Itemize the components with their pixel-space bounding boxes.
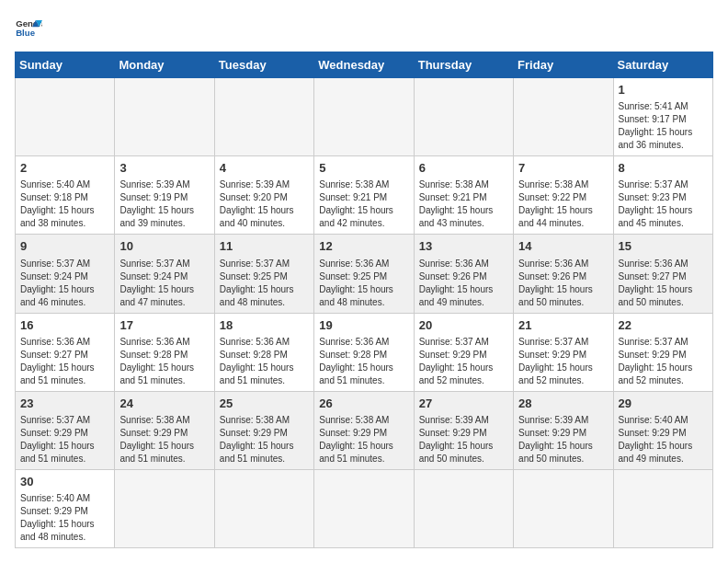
calendar-cell: 2Sunrise: 5:40 AMSunset: 9:18 PMDaylight… <box>16 156 115 235</box>
calendar-cell: 17Sunrise: 5:36 AMSunset: 9:28 PMDayligh… <box>115 313 214 391</box>
day-number: 21 <box>518 317 608 334</box>
weekday-header-thursday: Thursday <box>414 52 513 78</box>
calendar-week-row: 23Sunrise: 5:37 AMSunset: 9:29 PMDayligh… <box>16 391 713 469</box>
day-number: 18 <box>220 317 309 334</box>
calendar-cell: 23Sunrise: 5:37 AMSunset: 9:29 PMDayligh… <box>16 391 115 469</box>
weekday-header-row: SundayMondayTuesdayWednesdayThursdayFrid… <box>16 52 713 78</box>
day-number: 23 <box>20 396 109 412</box>
calendar-cell: 29Sunrise: 5:40 AMSunset: 9:29 PMDayligh… <box>613 391 712 469</box>
calendar-cell: 5Sunrise: 5:38 AMSunset: 9:21 PMDaylight… <box>314 156 414 235</box>
calendar-cell: 20Sunrise: 5:37 AMSunset: 9:29 PMDayligh… <box>414 313 513 391</box>
calendar-cell <box>115 78 214 156</box>
calendar-cell: 10Sunrise: 5:37 AMSunset: 9:24 PMDayligh… <box>115 235 214 313</box>
day-number: 22 <box>619 317 708 334</box>
calendar-cell <box>115 469 214 547</box>
day-info: Sunrise: 5:38 AMSunset: 9:21 PMDaylight:… <box>319 178 408 230</box>
day-number: 28 <box>518 396 608 412</box>
day-number: 9 <box>20 238 109 255</box>
calendar-cell: 22Sunrise: 5:37 AMSunset: 9:29 PMDayligh… <box>613 313 712 391</box>
calendar-cell: 16Sunrise: 5:36 AMSunset: 9:27 PMDayligh… <box>16 313 115 391</box>
day-info: Sunrise: 5:41 AMSunset: 9:17 PMDaylight:… <box>619 100 708 152</box>
weekday-header-wednesday: Wednesday <box>314 52 414 78</box>
day-info: Sunrise: 5:39 AMSunset: 9:20 PMDaylight:… <box>220 178 309 230</box>
day-info: Sunrise: 5:37 AMSunset: 9:29 PMDaylight:… <box>419 336 508 387</box>
calendar-cell: 9Sunrise: 5:37 AMSunset: 9:24 PMDaylight… <box>16 235 115 313</box>
day-number: 27 <box>419 396 508 412</box>
day-info: Sunrise: 5:37 AMSunset: 9:23 PMDaylight:… <box>619 178 708 230</box>
day-info: Sunrise: 5:36 AMSunset: 9:25 PMDaylight:… <box>319 258 408 309</box>
day-info: Sunrise: 5:36 AMSunset: 9:27 PMDaylight:… <box>20 336 109 387</box>
calendar-cell: 25Sunrise: 5:38 AMSunset: 9:29 PMDayligh… <box>214 391 313 469</box>
day-number: 26 <box>319 396 408 412</box>
day-info: Sunrise: 5:37 AMSunset: 9:29 PMDaylight:… <box>20 414 109 465</box>
day-info: Sunrise: 5:36 AMSunset: 9:28 PMDaylight:… <box>119 336 209 387</box>
logo-icon: General Blue <box>15 15 42 42</box>
svg-text:Blue: Blue <box>16 28 35 38</box>
day-number: 12 <box>319 238 408 255</box>
day-info: Sunrise: 5:36 AMSunset: 9:27 PMDaylight:… <box>619 258 708 309</box>
calendar-cell <box>514 469 613 547</box>
day-number: 3 <box>119 160 209 177</box>
day-info: Sunrise: 5:39 AMSunset: 9:29 PMDaylight:… <box>518 414 608 465</box>
day-info: Sunrise: 5:37 AMSunset: 9:24 PMDaylight:… <box>119 258 209 309</box>
day-number: 29 <box>619 396 708 412</box>
calendar-cell: 26Sunrise: 5:38 AMSunset: 9:29 PMDayligh… <box>314 391 414 469</box>
calendar-cell <box>314 469 414 547</box>
day-number: 19 <box>319 317 408 334</box>
day-info: Sunrise: 5:38 AMSunset: 9:29 PMDaylight:… <box>119 414 209 465</box>
calendar-cell: 12Sunrise: 5:36 AMSunset: 9:25 PMDayligh… <box>314 235 414 313</box>
weekday-header-tuesday: Tuesday <box>214 52 313 78</box>
calendar-cell: 14Sunrise: 5:36 AMSunset: 9:26 PMDayligh… <box>514 235 613 313</box>
day-number: 6 <box>419 160 508 177</box>
page-header: General Blue <box>15 15 713 42</box>
day-number: 2 <box>20 160 109 177</box>
day-number: 11 <box>220 238 309 255</box>
calendar-cell: 15Sunrise: 5:36 AMSunset: 9:27 PMDayligh… <box>613 235 712 313</box>
calendar-cell: 11Sunrise: 5:37 AMSunset: 9:25 PMDayligh… <box>214 235 313 313</box>
day-number: 20 <box>419 317 508 334</box>
calendar-cell: 8Sunrise: 5:37 AMSunset: 9:23 PMDaylight… <box>613 156 712 235</box>
day-number: 24 <box>119 396 209 412</box>
calendar-cell <box>214 78 313 156</box>
day-info: Sunrise: 5:36 AMSunset: 9:26 PMDaylight:… <box>518 258 608 309</box>
calendar-cell <box>314 78 414 156</box>
calendar-cell <box>514 78 613 156</box>
calendar-cell: 27Sunrise: 5:39 AMSunset: 9:29 PMDayligh… <box>414 391 513 469</box>
day-number: 16 <box>20 317 109 334</box>
calendar-cell: 3Sunrise: 5:39 AMSunset: 9:19 PMDaylight… <box>115 156 214 235</box>
calendar-cell <box>414 78 513 156</box>
day-number: 8 <box>619 160 708 177</box>
calendar-week-row: 16Sunrise: 5:36 AMSunset: 9:27 PMDayligh… <box>16 313 713 391</box>
calendar-week-row: 2Sunrise: 5:40 AMSunset: 9:18 PMDaylight… <box>16 156 713 235</box>
calendar-cell <box>214 469 313 547</box>
calendar-cell: 30Sunrise: 5:40 AMSunset: 9:29 PMDayligh… <box>16 469 115 547</box>
day-number: 7 <box>518 160 608 177</box>
weekday-header-friday: Friday <box>514 52 613 78</box>
calendar-cell: 21Sunrise: 5:37 AMSunset: 9:29 PMDayligh… <box>514 313 613 391</box>
day-info: Sunrise: 5:37 AMSunset: 9:29 PMDaylight:… <box>619 336 708 387</box>
day-info: Sunrise: 5:40 AMSunset: 9:29 PMDaylight:… <box>20 492 109 544</box>
day-info: Sunrise: 5:39 AMSunset: 9:29 PMDaylight:… <box>419 414 508 465</box>
calendar-cell: 19Sunrise: 5:36 AMSunset: 9:28 PMDayligh… <box>314 313 414 391</box>
day-number: 10 <box>119 238 209 255</box>
day-info: Sunrise: 5:36 AMSunset: 9:28 PMDaylight:… <box>220 336 309 387</box>
day-info: Sunrise: 5:37 AMSunset: 9:29 PMDaylight:… <box>518 336 608 387</box>
day-info: Sunrise: 5:38 AMSunset: 9:29 PMDaylight:… <box>220 414 309 465</box>
calendar-week-row: 30Sunrise: 5:40 AMSunset: 9:29 PMDayligh… <box>16 469 713 547</box>
day-number: 30 <box>20 474 109 490</box>
calendar-cell <box>16 78 115 156</box>
calendar-table: SundayMondayTuesdayWednesdayThursdayFrid… <box>15 52 713 548</box>
day-info: Sunrise: 5:39 AMSunset: 9:19 PMDaylight:… <box>119 178 209 230</box>
day-info: Sunrise: 5:38 AMSunset: 9:29 PMDaylight:… <box>319 414 408 465</box>
day-number: 5 <box>319 160 408 177</box>
day-info: Sunrise: 5:40 AMSunset: 9:18 PMDaylight:… <box>20 178 109 230</box>
calendar-week-row: 1Sunrise: 5:41 AMSunset: 9:17 PMDaylight… <box>16 78 713 156</box>
day-number: 14 <box>518 238 608 255</box>
calendar-cell: 24Sunrise: 5:38 AMSunset: 9:29 PMDayligh… <box>115 391 214 469</box>
day-info: Sunrise: 5:37 AMSunset: 9:25 PMDaylight:… <box>220 258 309 309</box>
day-info: Sunrise: 5:36 AMSunset: 9:28 PMDaylight:… <box>319 336 408 387</box>
day-info: Sunrise: 5:40 AMSunset: 9:29 PMDaylight:… <box>619 414 708 465</box>
day-number: 4 <box>220 160 309 177</box>
day-number: 25 <box>220 396 309 412</box>
weekday-header-saturday: Saturday <box>613 52 712 78</box>
